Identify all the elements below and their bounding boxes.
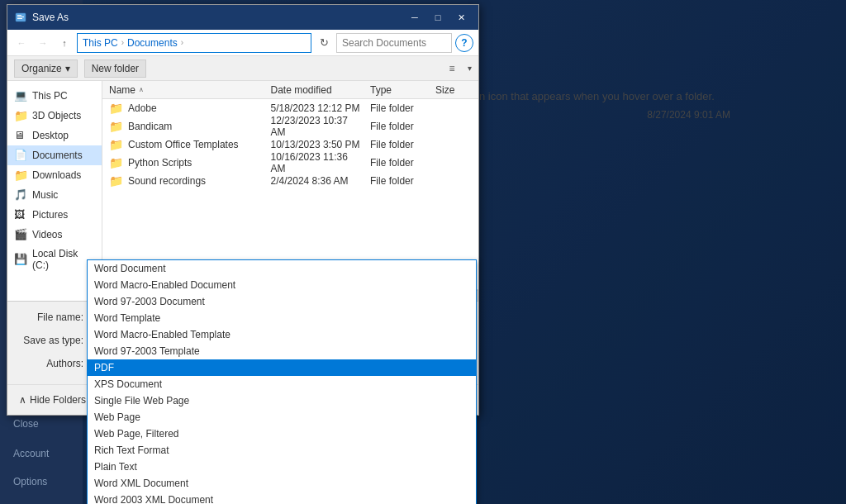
nav-label-thispc: This PC <box>32 90 68 102</box>
file-row[interactable]: 📁 Python Scripts 10/16/2023 11:36 AM Fil… <box>102 154 478 172</box>
videos-icon: 🎬 <box>14 228 27 241</box>
maximize-button[interactable]: □ <box>427 9 449 26</box>
folder-icon: 📁 <box>109 120 123 133</box>
nav-item-desktop[interactable]: 🖥 Desktop <box>7 126 102 145</box>
breadcrumb-sep2: › <box>181 38 183 47</box>
new-folder-label: New folder <box>92 63 139 74</box>
file-type: File folder <box>367 139 432 150</box>
nav-item-documents[interactable]: 📄 Documents <box>7 145 102 165</box>
saveas-dropdown-menu[interactable]: Word DocumentWord Macro-Enabled Document… <box>87 259 477 504</box>
back-button[interactable]: ← <box>12 34 31 52</box>
folder-icon-documents: 📄 <box>14 149 27 162</box>
folder-icon-3dobjects: 📁 <box>14 109 27 122</box>
nav-label-music: Music <box>32 189 58 201</box>
music-icon: 🎵 <box>14 188 27 202</box>
file-row[interactable]: 📁 Bandicam 12/23/2023 10:37 AM File fold… <box>102 117 478 136</box>
dropdown-item[interactable]: Single File Web Page <box>88 392 476 409</box>
breadcrumb-thispc[interactable]: This PC <box>83 37 118 49</box>
dropdown-item[interactable]: XPS Document <box>88 376 476 392</box>
file-date: 5/18/2023 12:12 PM <box>268 102 368 114</box>
hide-folders-button[interactable]: ∧ Hide Folders <box>14 392 91 407</box>
dropdown-item[interactable]: Word 97-2003 Document <box>88 293 476 310</box>
file-date: 2/4/2024 8:36 AM <box>268 175 368 187</box>
file-name: Adobe <box>128 102 157 114</box>
breadcrumb[interactable]: This PC › Documents › <box>77 33 311 53</box>
help-button[interactable]: ? <box>455 34 473 52</box>
search-box[interactable] <box>336 33 452 53</box>
view-arrow: ▾ <box>468 64 472 73</box>
desktop-icon: 🖥 <box>14 129 27 142</box>
header-name[interactable]: Name ∧ <box>102 84 268 96</box>
nav-item-music[interactable]: 🎵 Music <box>7 185 102 205</box>
header-date[interactable]: Date modified <box>268 84 368 96</box>
refresh-button[interactable]: ↻ <box>315 34 333 52</box>
dropdown-item[interactable]: Word 97-2003 Template <box>88 343 476 359</box>
dialog-icon <box>14 11 27 24</box>
file-type: File folder <box>367 102 432 114</box>
file-name: Sound recordings <box>128 175 206 187</box>
dropdown-item[interactable]: PDF <box>88 359 476 376</box>
svg-rect-3 <box>17 18 22 19</box>
nav-item-videos[interactable]: 🎬 Videos <box>7 225 102 245</box>
folder-icon-downloads: 📁 <box>14 169 27 182</box>
nav-item-3dobjects[interactable]: 📁 3D Objects <box>7 106 102 126</box>
folder-icon: 📁 <box>109 156 123 169</box>
dialog-title: Save As <box>32 12 404 23</box>
nav-label-desktop: Desktop <box>32 130 69 141</box>
close-button[interactable]: ✕ <box>450 9 472 26</box>
nav-label-localdisk: Local Disk (C:) <box>32 248 95 271</box>
organize-button[interactable]: Organize ▾ <box>14 59 78 78</box>
dropdown-item[interactable]: Word Macro-Enabled Template <box>88 326 476 343</box>
dropdown-item[interactable]: Plain Text <box>88 459 476 475</box>
file-rows-container: 📁 Adobe 5/18/2023 12:12 PM File folder 📁… <box>102 99 478 190</box>
view-button[interactable]: ≡ <box>443 59 461 78</box>
svg-rect-2 <box>17 17 24 17</box>
nav-item-downloads[interactable]: 📁 Downloads <box>7 165 102 185</box>
forward-button[interactable]: → <box>34 34 52 52</box>
svg-rect-1 <box>17 15 21 16</box>
nav-label-downloads: Downloads <box>32 169 81 181</box>
header-size[interactable]: Size <box>432 84 478 96</box>
search-input[interactable] <box>342 37 446 49</box>
dropdown-item[interactable]: Web Page, Filtered <box>88 426 476 442</box>
file-row[interactable]: 📁 Sound recordings 2/4/2024 8:36 AM File… <box>102 172 478 190</box>
file-name: Bandicam <box>128 121 172 132</box>
toolbar: Organize ▾ New folder ≡ ▾ <box>7 56 478 81</box>
nav-label-pictures: Pictures <box>32 209 68 221</box>
dropdown-item[interactable]: Word Macro-Enabled Document <box>88 277 476 293</box>
title-bar-controls: ─ □ ✕ <box>404 9 472 26</box>
up-button[interactable]: ↑ <box>55 34 74 52</box>
hide-folders-arrow: ∧ <box>19 394 26 406</box>
file-date: 10/16/2023 11:36 AM <box>268 151 368 174</box>
nav-label-documents: Documents <box>32 150 83 161</box>
dropdown-item[interactable]: Word Document <box>88 260 476 277</box>
file-type: File folder <box>367 121 432 132</box>
breadcrumb-documents[interactable]: Documents <box>127 37 178 49</box>
file-list-header: Name ∧ Date modified Type Size <box>102 81 478 99</box>
computer-icon: 💻 <box>14 89 27 102</box>
minimize-button[interactable]: ─ <box>404 9 425 26</box>
pictures-icon: 🖼 <box>14 208 27 221</box>
file-type: File folder <box>367 157 432 169</box>
nav-item-pictures[interactable]: 🖼 Pictures <box>7 205 102 225</box>
dropdown-item[interactable]: Word 2003 XML Document <box>88 492 476 504</box>
file-date: 12/23/2023 10:37 AM <box>268 115 368 138</box>
dropdown-item[interactable]: Word Template <box>88 310 476 326</box>
nav-label-videos: Videos <box>32 229 62 240</box>
nav-label-3dobjects: 3D Objects <box>32 110 81 121</box>
save-as-dialog: Save As ─ □ ✕ ← → ↑ This PC › Documents … <box>7 4 479 416</box>
file-name: Custom Office Templates <box>128 139 239 150</box>
filename-label: File name: <box>17 311 83 323</box>
hide-folders-label: Hide Folders <box>30 394 86 406</box>
file-name: Python Scripts <box>128 157 192 169</box>
dropdown-item[interactable]: Web Page <box>88 409 476 426</box>
header-type[interactable]: Type <box>367 84 432 96</box>
dropdown-item[interactable]: Rich Text Format <box>88 442 476 459</box>
organize-arrow: ▾ <box>65 63 70 74</box>
address-bar: ← → ↑ This PC › Documents › ↻ ? <box>7 30 478 56</box>
dropdown-item[interactable]: Word XML Document <box>88 475 476 492</box>
new-folder-button[interactable]: New folder <box>84 59 146 78</box>
folder-icon: 📁 <box>109 102 123 115</box>
drive-icon: 💾 <box>14 253 27 266</box>
nav-item-thispc[interactable]: 💻 This PC <box>7 86 102 106</box>
